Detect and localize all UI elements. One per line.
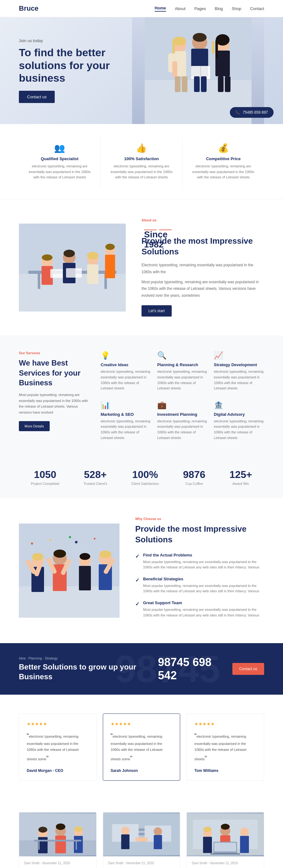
svg-rect-104 — [211, 853, 240, 855]
services-label: Our Services — [19, 351, 88, 355]
about-headline: Provide the most Impressive Solutions — [142, 236, 264, 257]
why-item-2-title: Beneficial Strategies — [143, 577, 264, 581]
feature-satisfaction-desc: electronic typesetting, remaining are es… — [107, 164, 176, 180]
service-marketing: 📊 Marketing & SEO electronic typesetting… — [101, 401, 151, 441]
testimonials-section: ★★★★★ electronic typesetting, remaining … — [0, 695, 283, 799]
services-left: Our Services We have Best Services for y… — [19, 351, 88, 441]
stat-coffee-label: Cup Coffee — [183, 482, 205, 486]
svg-point-11 — [193, 33, 206, 42]
service-digital: 🏦 Digital Advisory electronic typesettin… — [214, 401, 264, 441]
nav-contact[interactable]: Contact — [250, 6, 264, 11]
nav-pages[interactable]: Pages — [194, 6, 206, 11]
cta-phone-number: 98745 698 542 — [158, 656, 223, 682]
nav-logo[interactable]: Bruce — [19, 4, 38, 12]
svg-rect-87 — [121, 834, 129, 849]
why-image — [19, 524, 119, 618]
blog-post-3-meta: Dani Smith - November 21, 2019 — [192, 861, 259, 865]
blog-post-2-image — [103, 812, 180, 857]
cta-banner: Idea · Planning · Strategy Better Soluti… — [0, 643, 283, 695]
stat-clients-label: Trusted Client's — [83, 482, 107, 486]
svg-rect-42 — [105, 255, 115, 278]
svg-point-100 — [240, 828, 249, 836]
hero-cta-button[interactable]: Contact us — [19, 91, 55, 103]
stat-satisfaction: 100% Client Satisfaction — [131, 469, 159, 486]
svg-point-32 — [42, 254, 53, 261]
hero-section: Join us today To find the better solutio… — [0, 17, 283, 124]
checkmark-2-icon: ✓ — [135, 577, 139, 594]
service-investment: 💼 Investment Planning electronic typeset… — [157, 401, 207, 441]
svg-rect-77 — [74, 836, 83, 853]
testimonial-2: ★★★★★ electronic typesetting, remaining … — [103, 713, 180, 780]
phone-number: 75485 659 897 — [243, 110, 268, 115]
blog-post-1-title: How to Improve the some Business problem… — [24, 867, 91, 868]
svg-rect-74 — [55, 835, 66, 853]
cta-contact-button[interactable]: Contact us — [232, 663, 264, 675]
svg-rect-81 — [76, 841, 77, 849]
investment-icon: 💼 — [157, 401, 207, 409]
service-investment-desc: electronic typesetting, remaining essent… — [157, 418, 207, 441]
svg-rect-90 — [154, 835, 162, 849]
svg-point-35 — [63, 250, 75, 257]
svg-point-78 — [74, 826, 82, 832]
hero-headline: To find the better solutions for your bu… — [19, 46, 138, 85]
feature-qualified-title: Qualified Specialist — [25, 156, 94, 161]
nav-shop[interactable]: Shop — [232, 6, 241, 11]
service-marketing-desc: electronic typesetting, remaining essent… — [101, 418, 151, 441]
svg-point-61 — [100, 551, 111, 558]
cta-banner-left: Idea · Planning · Strategy Better Soluti… — [19, 656, 158, 681]
qualified-icon: 👥 — [25, 143, 94, 153]
nav-home[interactable]: Home — [155, 6, 166, 11]
svg-rect-7 — [172, 41, 175, 54]
about-desc1: Electronic typesetting, remaining essent… — [142, 262, 264, 275]
testimonials-grid: ★★★★★ electronic typesetting, remaining … — [19, 713, 264, 780]
cta-banner-right: 98745 698 542 Contact us — [158, 656, 264, 682]
svg-rect-37 — [87, 265, 98, 284]
svg-rect-24 — [225, 76, 230, 92]
blog-post-1: Dani Smith - November 21, 2020 How to Im… — [19, 812, 96, 868]
testimonial-2-author: Sarah Johnson — [111, 769, 173, 773]
svg-point-75 — [56, 824, 65, 830]
stat-clients-number: 528+ — [83, 469, 107, 480]
planning-research-icon: 🔍 — [157, 351, 207, 360]
testimonial-1-quote: electronic typesetting, remaining essent… — [27, 730, 89, 763]
about-image — [19, 224, 126, 312]
service-creative-ideas: 💡 Creative Ideas electronic typesetting,… — [101, 351, 151, 391]
svg-rect-18 — [172, 61, 177, 77]
phone-badge[interactable]: 📞 75485 659 897 — [230, 107, 274, 118]
svg-point-43 — [105, 244, 115, 250]
services-section: Our Services We have Best Services for y… — [0, 335, 283, 456]
svg-rect-8 — [212, 41, 215, 54]
about-label: About us — [142, 218, 264, 222]
about-section: About us Since 1982 Provide the most Imp… — [0, 199, 283, 336]
why-item-3: ✓ Great Support Team Most popular typese… — [135, 600, 264, 618]
svg-point-53 — [53, 550, 66, 558]
svg-point-48 — [32, 553, 44, 561]
phone-icon: 📞 — [235, 110, 240, 115]
svg-point-72 — [38, 827, 47, 833]
blog-post-2-meta: Dani Smith - November 21, 2020 — [108, 861, 175, 865]
about-cta-button[interactable]: Let's start — [142, 305, 172, 316]
feature-satisfaction: 👍 100% Satisfaction electronic typesetti… — [101, 136, 182, 187]
svg-point-99 — [221, 824, 230, 830]
svg-rect-79 — [34, 840, 81, 842]
why-label: Why Choose us — [135, 517, 264, 521]
nav-blog[interactable]: Blog — [215, 6, 223, 11]
svg-rect-20 — [182, 76, 188, 92]
svg-rect-21 — [194, 76, 200, 92]
service-marketing-title: Marketing & SEO — [101, 412, 151, 417]
service-strategy-title: Strategy Development — [214, 363, 264, 367]
service-strategy-desc: electronic typesetting, remaining essent… — [214, 369, 264, 391]
svg-rect-95 — [203, 837, 212, 853]
services-more-button[interactable]: More Details — [19, 421, 50, 431]
service-planning-research: 🔍 Planning & Research electronic typeset… — [157, 351, 207, 391]
nav-about[interactable]: About — [175, 6, 186, 11]
svg-rect-40 — [66, 268, 82, 278]
stat-satisfaction-number: 100% — [131, 469, 159, 480]
blog-post-1-meta: Dani Smith - November 21, 2020 — [24, 861, 91, 865]
svg-point-38 — [87, 252, 98, 259]
stat-clients: 528+ Trusted Client's — [83, 469, 107, 486]
blog-post-3: Dani Smith - November 21, 2019 Tips to A… — [187, 812, 264, 868]
blog-post-3-title: Tips to Assess Problems, Find Solutions — [192, 867, 259, 868]
testimonial-2-stars: ★★★★★ — [111, 721, 173, 726]
digital-icon: 🏦 — [214, 401, 264, 409]
